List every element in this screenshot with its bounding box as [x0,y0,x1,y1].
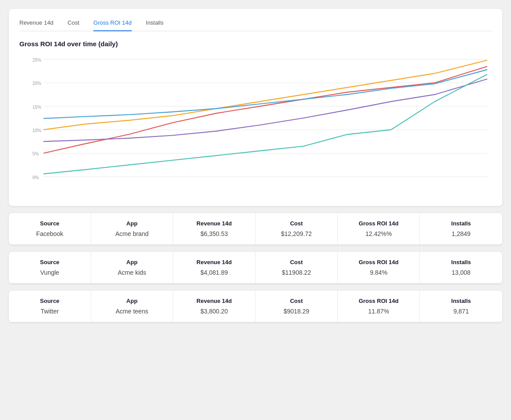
cell-app-header-0: App Acme brand [91,213,174,245]
cell-installs-header-2: Installs 9,871 [420,291,502,322]
cell-cost-header-1: Cost $11908.22 [256,252,338,284]
cell-source-header-0: Source Facebook [9,213,91,245]
tab-bar: Revenue 14d Cost Gross ROI 14d Installs [19,19,492,31]
data-card-2: Source Twitter App Acme teens Revenue 14… [9,291,502,322]
cell-installs-header-1: Installs 13,008 [420,252,502,284]
cell-revenue-header-2: Revenue 14d $3,800.20 [173,291,256,322]
chart-card: Revenue 14d Cost Gross ROI 14d Installs … [9,9,502,206]
data-table-0: Source Facebook App Acme brand Revenue 1… [9,213,502,245]
svg-text:25%: 25% [33,58,41,63]
line-chart: 25% 20% 15% 10% 5% 0% [19,55,492,195]
cell-revenue-header-0: Revenue 14d $6,350.53 [173,213,256,245]
svg-text:0%: 0% [33,175,39,180]
tab-cost[interactable]: Cost [67,19,79,31]
cell-source-header-1: Source Vungle [9,252,91,284]
data-table-2: Source Twitter App Acme teens Revenue 14… [9,291,502,322]
tab-gross-roi[interactable]: Gross ROI 14d [93,19,132,31]
cell-cost-header-0: Cost $12,209.72 [256,213,338,245]
line-red [44,66,487,153]
cell-revenue-header-1: Revenue 14d $4,081.89 [173,252,256,284]
cell-app-header-2: App Acme teens [91,291,174,322]
cell-app-header-1: App Acme kids [91,252,174,284]
data-card-0: Source Facebook App Acme brand Revenue 1… [9,213,502,245]
svg-text:10%: 10% [33,128,41,133]
tab-installs[interactable]: Installs [146,19,163,31]
cell-installs-header-0: Installs 1,2849 [420,213,502,245]
data-table-1: Source Vungle App Acme kids Revenue 14d … [9,252,502,284]
cell-source-header-2: Source Twitter [9,291,91,322]
line-orange [44,60,487,130]
cell-roi-header-0: Gross ROI 14d 12.42%% [338,213,420,245]
svg-text:20%: 20% [33,81,41,86]
chart-title: Gross ROI 14d over time (daily) [19,40,492,48]
cell-cost-header-2: Cost $9018.29 [256,291,338,322]
chart-container: 25% 20% 15% 10% 5% 0% [19,55,492,195]
svg-text:5%: 5% [33,151,39,156]
cell-roi-header-2: Gross ROI 14d 11.87% [338,291,420,322]
data-card-1: Source Vungle App Acme kids Revenue 14d … [9,252,502,284]
cell-roi-header-1: Gross ROI 14d 9.84% [338,252,420,284]
tab-revenue[interactable]: Revenue 14d [19,19,53,31]
data-rows-container: Source Facebook App Acme brand Revenue 1… [9,213,502,322]
svg-text:15%: 15% [33,104,41,109]
